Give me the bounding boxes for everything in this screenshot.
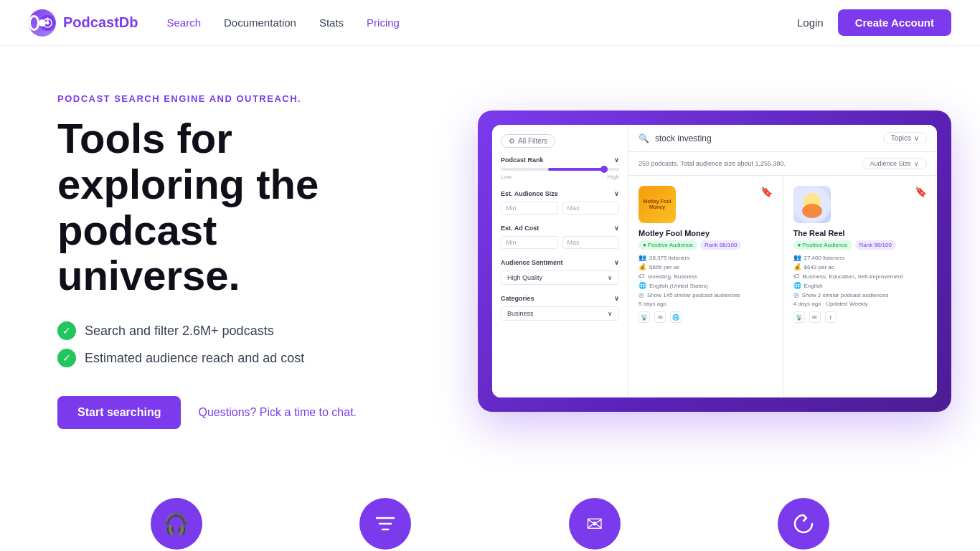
social-icons: 📡 ✉ 🌐 xyxy=(639,311,773,323)
badge-row: ● Positive Audience Rank 98/100 xyxy=(639,240,773,250)
nav-search[interactable]: Search xyxy=(166,17,201,29)
podcast-logo xyxy=(793,186,831,223)
logo-icon xyxy=(29,9,56,37)
svg-point-3 xyxy=(47,17,50,22)
adcost-max-input[interactable]: Max xyxy=(562,236,620,249)
rss-icon[interactable]: 📡 xyxy=(793,311,805,323)
all-filters-tag[interactable]: ⚙ All Filters xyxy=(501,134,555,148)
nav-links: Search Documentation Stats Pricing xyxy=(166,17,399,29)
categories-filter: Categories ∨ Business ∨ xyxy=(501,295,619,321)
email-icon[interactable]: ✉ xyxy=(654,311,666,323)
audience-min-input[interactable]: Min xyxy=(501,202,558,215)
language-icon: 🌐 xyxy=(639,282,646,289)
mockup-inner: ⚙ All Filters Podcast Rank ∨ xyxy=(492,125,937,397)
adcost-icon: 💰 xyxy=(793,263,801,270)
hero-actions: Start searching Questions? Pick a time t… xyxy=(57,396,402,429)
navbar-right: Login Create Account xyxy=(797,9,951,36)
audience-max-input[interactable]: Max xyxy=(562,202,620,215)
check-icon: ✓ xyxy=(57,349,76,367)
ad-cost-filter: Est. Ad Cost ∨ Min Max xyxy=(501,225,619,249)
adcost-icon: 💰 xyxy=(639,263,646,270)
search-icon: 🔍 xyxy=(639,133,649,143)
category-dropdown[interactable]: Business ∨ xyxy=(501,306,619,321)
logo-text: PodcastDb xyxy=(63,14,138,31)
positive-badge: ● Positive Audience xyxy=(639,240,697,250)
search-query-text: stock investing xyxy=(655,133,877,143)
hero-title: Tools for exploring the podcast universe… xyxy=(57,116,402,298)
adcost-min-input[interactable]: Min xyxy=(501,236,558,249)
listeners-icon: 👥 xyxy=(793,254,801,261)
email-icon[interactable]: ✉ xyxy=(809,311,821,323)
navbar: PodcastDb Search Documentation Stats Pri… xyxy=(0,0,980,46)
similar-icon: ◎ xyxy=(793,291,799,298)
create-account-button[interactable]: Create Account xyxy=(838,9,951,36)
logo[interactable]: PodcastDb xyxy=(29,9,138,37)
podcast-logo: Motley Fool Money xyxy=(639,186,676,223)
audience-size-filter: Est. Audience Size ∨ Min Max xyxy=(501,190,619,215)
podcast-card: 🔖 Motley Fool Money Motley Fool Money ● … xyxy=(628,176,783,397)
podcast-rank-filter: Podcast Rank ∨ Low High xyxy=(501,156,619,180)
results-meta: 259 podcasts. Total audience size about … xyxy=(628,152,937,176)
badge-row: ● Positive Audience Rank 98/100 xyxy=(793,240,928,250)
hero-left: PODCAST SEARCH ENGINE AND OUTREACH. Tool… xyxy=(57,93,402,429)
search-bar: 🔍 stock investing Topics ∨ xyxy=(628,125,937,152)
results-grid: 🔖 Motley Fool Money Motley Fool Money ● … xyxy=(628,176,937,397)
facebook-icon[interactable]: f xyxy=(825,311,837,323)
navbar-left: PodcastDb Search Documentation Stats Pri… xyxy=(29,9,400,37)
stat-updated: 4 days ago · Updated Weekly xyxy=(793,301,928,307)
svg-point-2 xyxy=(46,21,50,24)
email-icon: ✉ xyxy=(569,498,621,550)
sentiment-filter: Audience Sentiment ∨ High Quality ∨ xyxy=(501,259,619,285)
stat-categories: 🏷 Investing, Business xyxy=(639,273,773,280)
topics-button[interactable]: Topics ∨ xyxy=(883,132,927,144)
mockup-sidebar: ⚙ All Filters Podcast Rank ∨ xyxy=(492,125,628,397)
feature-item: ✓ Estimated audience reach and ad cost xyxy=(57,349,402,367)
stat-listeners: 👥 27,400 listeners xyxy=(793,254,928,261)
listeners-icon: 👥 xyxy=(639,254,646,261)
nav-documentation[interactable]: Documentation xyxy=(224,17,296,29)
mockup-container: ⚙ All Filters Podcast Rank ∨ xyxy=(478,110,951,412)
check-icon: ✓ xyxy=(57,321,76,340)
rank-badge: Rank 98/100 xyxy=(855,240,896,250)
rank-badge: Rank 98/100 xyxy=(700,240,741,250)
stat-listeners: 👥 28,375 listeners xyxy=(639,254,773,261)
hero-right: ⚙ All Filters Podcast Rank ∨ xyxy=(402,110,951,412)
filter-icon xyxy=(359,498,411,550)
mockup-main: 🔍 stock investing Topics ∨ 259 podcasts.… xyxy=(628,125,937,397)
category-icon: 🏷 xyxy=(639,273,645,280)
bookmark-icon[interactable]: 🔖 xyxy=(915,186,927,197)
bottom-icons: 🎧 ✉ xyxy=(0,462,980,551)
hero-eyebrow: PODCAST SEARCH ENGINE AND OUTREACH. xyxy=(57,93,402,104)
feature-item: ✓ Search and filter 2.6M+ podcasts xyxy=(57,321,402,340)
stat-similar: ◎ Show 145 similar podcast audiences xyxy=(639,291,773,298)
svg-point-6 xyxy=(802,204,822,218)
social-icons: 📡 ✉ f xyxy=(793,311,928,323)
stat-adcost: 💰 $666 per ac xyxy=(639,263,773,270)
similar-icon: ◎ xyxy=(639,291,644,298)
stat-updated: 5 days ago xyxy=(639,301,773,307)
podcast-name: Motley Fool Money xyxy=(639,229,773,237)
positive-badge: ● Positive Audience xyxy=(793,240,852,250)
rss-icon[interactable]: 📡 xyxy=(639,311,650,323)
stat-similar: ◎ Show 2 similar podcast audiences xyxy=(793,291,928,298)
hero-section: PODCAST SEARCH ENGINE AND OUTREACH. Tool… xyxy=(0,46,980,462)
start-searching-button[interactable]: Start searching xyxy=(57,396,181,429)
language-icon: 🌐 xyxy=(793,282,801,289)
stat-adcost: 💰 $643 per ac xyxy=(793,263,928,270)
podcast-card: 🔖 The Real Reel ● Positive Audien xyxy=(783,176,938,397)
rank-slider[interactable] xyxy=(501,168,619,171)
headphones-icon: 🎧 xyxy=(151,498,202,550)
chat-link[interactable]: Questions? Pick a time to chat. xyxy=(198,406,357,419)
nav-pricing[interactable]: Pricing xyxy=(367,17,400,29)
nav-stats[interactable]: Stats xyxy=(319,17,344,29)
bookmark-icon[interactable]: 🔖 xyxy=(760,186,773,197)
login-button[interactable]: Login xyxy=(797,17,824,29)
web-icon[interactable]: 🌐 xyxy=(670,311,682,323)
category-icon: 🏷 xyxy=(793,273,800,280)
stat-language: 🌐 English xyxy=(793,282,928,289)
sentiment-dropdown[interactable]: High Quality ∨ xyxy=(501,270,619,285)
stat-language: 🌐 English (United States) xyxy=(639,282,773,289)
podcast-name: The Real Reel xyxy=(793,229,928,237)
audience-size-button[interactable]: Audience Size ∨ xyxy=(862,158,927,169)
hero-features: ✓ Search and filter 2.6M+ podcasts ✓ Est… xyxy=(57,321,402,367)
